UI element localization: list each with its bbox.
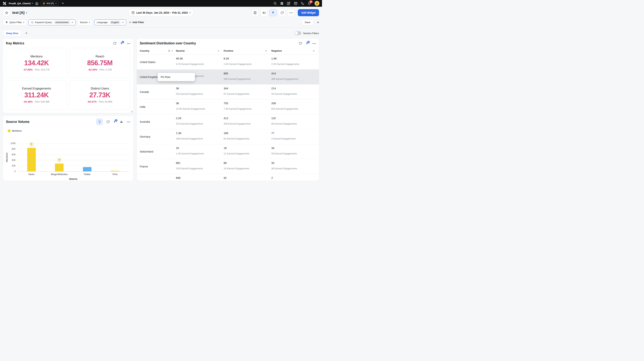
refresh-widget-button[interactable] [113, 42, 116, 45]
column-menu-icon[interactable]: ▾ [172, 50, 172, 52]
home-button[interactable] [35, 2, 38, 5]
avatar[interactable]: A [314, 1, 320, 6]
metric-card-earned-engagements[interactable]: Earned Engagements 311.24K -50.48%Prev62… [6, 80, 67, 110]
dashboard-title-menu[interactable]: test [A] ▾ [12, 11, 27, 15]
dashboard-filter-button[interactable] [270, 9, 276, 16]
widget-filter-button[interactable]: 2 [120, 42, 123, 45]
refresh-widget-button[interactable] [106, 120, 110, 123]
new-tab-button[interactable]: + [61, 1, 65, 6]
favorite-button[interactable] [3, 9, 10, 16]
table-row[interactable]: United Kingdom5.3K Earned Engagements885… [137, 70, 319, 85]
widget-filter-button[interactable]: 2 [113, 120, 116, 123]
column-menu-icon[interactable]: ▾ [266, 50, 266, 52]
keyword-query-filter-chip[interactable]: Keyword Query: environment × [28, 20, 76, 25]
quick-filter-button[interactable]: Quick Filter ▾ [3, 20, 27, 25]
compose-icon[interactable] [287, 2, 290, 5]
dashboard-tab[interactable]: test [A] × [40, 1, 59, 6]
widget-more-button[interactable]: ⋯ [127, 120, 130, 124]
bar[interactable] [111, 171, 119, 171]
keyword-query-label: Keyword Query: [35, 21, 52, 24]
metric-title: Reach [96, 55, 104, 58]
table-row[interactable]: Canada3K432 Earned Engagements34467 Earn… [137, 85, 319, 99]
page-header: test [A] ▾ Last 30 Days: Jan 23, 2023 – … [0, 7, 322, 19]
phone-icon[interactable] [301, 2, 304, 5]
column-menu-icon[interactable]: ▾ [218, 50, 219, 52]
table-row[interactable]: 668922 [137, 174, 319, 181]
column-header-positive[interactable]: Positive ▾ [224, 50, 271, 52]
tab-deep-dive[interactable]: Deep Dive [3, 30, 22, 37]
key-metrics-widget: Key Metrics 2 ⋯ Mentions 134.42K -57. [3, 39, 134, 113]
refresh-widget-button[interactable] [299, 42, 302, 45]
key-metrics-header: Key Metrics 2 ⋯ [3, 39, 134, 47]
widget-filter-button[interactable]: 4 [306, 42, 308, 45]
metric-card-reach[interactable]: Reach 856.75M -62.26%Prev2.27B [69, 48, 130, 78]
table-row[interactable]: Germany1.3K188 Earned Engagements18962 E… [137, 129, 319, 144]
table-row[interactable]: Australia2.2K315 Earned Engagements41235… [137, 114, 319, 129]
metric-value: 856.75M [87, 59, 113, 67]
close-filter-bar-icon[interactable]: × [317, 21, 319, 24]
chart-type-button[interactable] [120, 120, 123, 123]
positive-cell: 1812 Earned Engagements [224, 144, 271, 159]
column-label: Neutral [176, 50, 185, 52]
table-row[interactable]: France881150 Earned Engagements8016 Earn… [137, 159, 319, 174]
column-header-neutral[interactable]: Neutral ▾ [176, 50, 224, 52]
widget-title: Key Metrics [6, 41, 113, 45]
metric-card-mentions[interactable]: Mentions 134.42K -57.88%Prev319.17K [6, 48, 67, 78]
search-icon [31, 21, 34, 24]
language-filter-value[interactable]: English [110, 21, 120, 24]
chart-legend[interactable]: Mentions [8, 129, 134, 132]
source-filter-chip[interactable]: Source ▾ [78, 20, 92, 25]
add-widget-button[interactable]: Add Widget [298, 9, 319, 16]
refresh-button[interactable] [278, 9, 286, 16]
plot-area [18, 143, 129, 171]
bar[interactable] [27, 148, 36, 171]
remove-language-filter-icon[interactable]: × [122, 21, 124, 24]
column-header-negative[interactable]: Negative ▾ [271, 50, 319, 52]
cell-engagements: 59 Earned Engagements [271, 152, 319, 155]
insight-marker[interactable] [29, 142, 34, 146]
save-button[interactable]: Save [302, 20, 314, 25]
metric-cards-grid: Mentions 134.42K -57.88%Prev319.17K Reac… [3, 47, 134, 113]
widget-more-button[interactable]: ⋯ [127, 42, 130, 45]
cell-engagements: 7.9K Earned Engagements [224, 108, 271, 110]
cell-value: 189 [224, 132, 271, 135]
widget-more-button[interactable]: ⋯ [312, 42, 316, 45]
apps-grid-icon[interactable] [280, 2, 284, 5]
add-filter-button[interactable]: + Add Filter [128, 21, 145, 24]
cell-engagements: 1.4K Earned Engagements [176, 152, 224, 155]
bar[interactable] [55, 164, 64, 171]
cell-value: 1K [176, 147, 224, 150]
metric-card-distinct-users[interactable]: Distinct Users 27.73K -66.57%Prev82.96K [69, 80, 130, 110]
language-filter-label: Language: [97, 21, 108, 24]
insights-button[interactable] [96, 119, 103, 125]
resize-handle[interactable] [131, 111, 132, 112]
column-header-country[interactable]: Country ▾ [137, 50, 176, 52]
table-row[interactable]: Switzerland1K1.4K Earned Engagements1812… [137, 144, 319, 159]
x-category-label: Print [102, 173, 128, 176]
search-icon[interactable] [273, 2, 277, 5]
lock-icon [168, 50, 170, 52]
more-options-button[interactable]: ⋯ [287, 9, 294, 16]
remove-keyword-filter-icon[interactable]: × [72, 21, 73, 24]
country-cell: Australia [137, 114, 176, 129]
calendar-icon[interactable]: 21 [294, 2, 298, 5]
table-row[interactable]: India3K13.4K Earned Engagements7557.9K E… [137, 99, 319, 114]
notes-button[interactable] [252, 9, 259, 16]
insight-marker[interactable] [57, 158, 62, 162]
column-label: Negative [271, 50, 282, 52]
workspace-switcher[interactable]: Prod0_QA_Client1 ▾ [9, 2, 33, 5]
column-menu-icon[interactable]: ▾ [313, 50, 314, 52]
date-range-picker[interactable]: Last 30 Days: Jan 23, 2023 – Feb 21, 202… [128, 9, 194, 16]
table-row[interactable]: United States46.5K4.7K Earned Engagement… [137, 55, 319, 70]
y-axis-title: Mentions [6, 153, 8, 162]
display-toggle-button[interactable] [260, 9, 268, 16]
add-section-button[interactable]: + [23, 30, 29, 36]
neutral-cell: 3K13.4K Earned Engagements [176, 99, 224, 114]
bar-chart-icon [120, 120, 123, 123]
language-filter-chip[interactable]: Language: English × [94, 20, 126, 25]
pin-row-menu-item[interactable]: Pin Row [158, 73, 195, 81]
bar[interactable] [83, 167, 92, 171]
close-tab-icon[interactable]: × [55, 2, 57, 5]
keyword-query-value[interactable]: environment [54, 21, 70, 24]
section-filters-toggle[interactable] [294, 31, 301, 35]
